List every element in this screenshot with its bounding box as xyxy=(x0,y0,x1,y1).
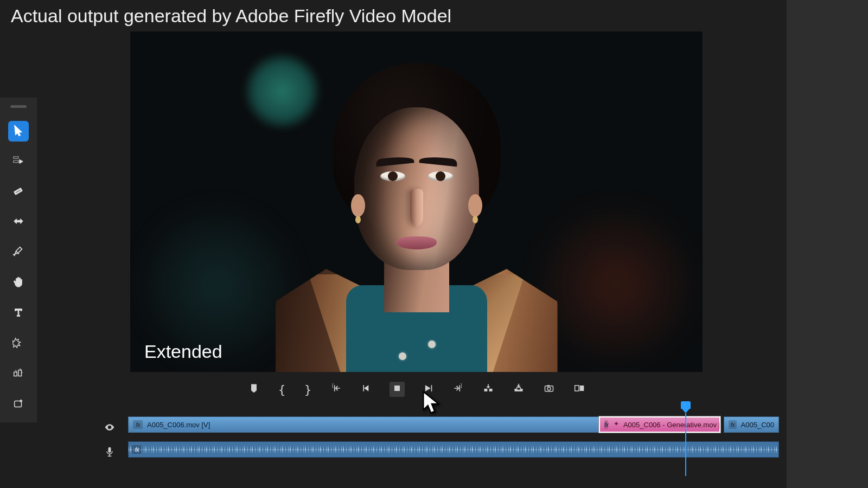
timeline-clip[interactable]: fxA005_C006.mov [V] xyxy=(128,416,599,433)
preview-overlay-label: Extended xyxy=(144,341,222,362)
svg-rect-5 xyxy=(18,370,22,376)
svg-rect-17 xyxy=(575,386,579,391)
video-track[interactable]: fxA005_C006.mov [V]fxA005_C006 - Generat… xyxy=(128,416,779,433)
scene-edit-tool[interactable] xyxy=(8,364,29,384)
insert-button[interactable] xyxy=(481,382,496,397)
timeline-clip[interactable]: fxA005_C006 - Generative.mov [V] xyxy=(599,416,720,433)
video-preview[interactable]: Extended xyxy=(130,31,703,372)
generative-tool[interactable] xyxy=(8,394,29,415)
razor-tool[interactable] xyxy=(8,182,29,202)
svg-rect-0 xyxy=(14,157,18,159)
clip-label: A005_C006 - Generative.mov [V] xyxy=(623,421,720,429)
svg-rect-4 xyxy=(14,372,17,376)
remix-tool-icon xyxy=(12,337,24,351)
step-back-button[interactable] xyxy=(359,382,374,397)
remix-tool[interactable] xyxy=(8,333,29,354)
play-button[interactable] xyxy=(420,382,435,397)
audio-track[interactable]: fx xyxy=(128,441,779,458)
selection-tool-icon xyxy=(12,124,24,138)
export-frame-icon xyxy=(544,383,554,396)
add-marker-icon xyxy=(248,383,259,396)
toggle-track-output-button[interactable] xyxy=(104,422,116,434)
selection-tool[interactable] xyxy=(8,121,29,142)
voice-over-record-button[interactable] xyxy=(104,446,116,458)
stop-icon xyxy=(392,383,403,396)
go-to-in-icon: { xyxy=(331,383,342,396)
track-select-tool-icon xyxy=(12,155,24,169)
stop-button[interactable] xyxy=(390,382,405,397)
right-panel xyxy=(787,0,868,488)
svg-point-15 xyxy=(547,387,551,390)
svg-rect-1 xyxy=(14,160,18,163)
go-to-in-button[interactable]: { xyxy=(329,382,344,397)
comparison-view-icon xyxy=(574,383,585,396)
insert-icon xyxy=(483,383,494,396)
panel-grip[interactable] xyxy=(10,105,27,108)
caption-text: Actual output generated by Adobe Firefly… xyxy=(11,5,451,27)
go-to-out-button[interactable]: } xyxy=(450,382,465,397)
clip-label: A005_C006.mov [V] xyxy=(147,421,210,429)
svg-rect-16 xyxy=(547,385,549,387)
fx-badge: fx xyxy=(132,445,142,454)
mark-out-button[interactable]: } xyxy=(303,383,314,396)
timeline-panel: fxA005_C006.mov [V]fxA005_C006 - Generat… xyxy=(98,416,868,481)
playhead[interactable] xyxy=(686,401,695,476)
transport-controls: { } { } xyxy=(130,376,703,402)
program-monitor: Extended xyxy=(130,31,703,372)
pen-tool-icon xyxy=(12,246,24,260)
type-tool-icon xyxy=(12,306,24,320)
microphone-icon xyxy=(104,450,115,459)
track-select-tool[interactable] xyxy=(8,151,29,172)
svg-rect-18 xyxy=(579,386,584,391)
mark-in-button[interactable]: { xyxy=(277,383,288,396)
preview-content xyxy=(270,57,563,372)
generative-tool-icon xyxy=(12,397,24,412)
razor-tool-icon xyxy=(12,185,24,199)
slip-tool[interactable] xyxy=(8,212,29,233)
fx-badge: fx xyxy=(729,420,737,429)
svg-rect-10 xyxy=(484,389,487,391)
slip-tool-icon xyxy=(12,215,24,229)
go-to-out-icon: } xyxy=(452,383,463,396)
fx-badge: fx xyxy=(133,420,143,429)
export-frame-button[interactable] xyxy=(541,382,557,397)
svg-rect-19 xyxy=(108,447,111,453)
type-tool[interactable] xyxy=(8,303,29,324)
overwrite-button[interactable] xyxy=(511,382,526,397)
hand-tool-icon xyxy=(12,276,24,290)
svg-text:}: } xyxy=(461,383,462,388)
comparison-view-button[interactable] xyxy=(572,382,587,397)
timeline-audio-clip[interactable]: fx xyxy=(128,441,779,458)
scene-edit-tool-icon xyxy=(12,367,24,381)
hand-tool[interactable] xyxy=(8,273,29,293)
svg-rect-13 xyxy=(516,387,520,390)
timeline-clip[interactable]: fxA005_C00 xyxy=(724,416,779,433)
pen-tool[interactable] xyxy=(8,242,29,263)
generative-badge-icon xyxy=(612,421,620,428)
eye-icon xyxy=(104,425,115,434)
step-back-icon xyxy=(361,383,372,396)
play-icon xyxy=(422,383,433,396)
fx-badge: fx xyxy=(604,420,608,429)
tool-strip xyxy=(0,98,37,422)
overwrite-icon xyxy=(513,383,524,396)
svg-text:{: { xyxy=(331,383,333,388)
clip-label: A005_C00 xyxy=(741,421,774,429)
add-marker-button[interactable] xyxy=(246,382,261,397)
svg-rect-11 xyxy=(489,389,492,391)
svg-rect-8 xyxy=(394,386,400,391)
